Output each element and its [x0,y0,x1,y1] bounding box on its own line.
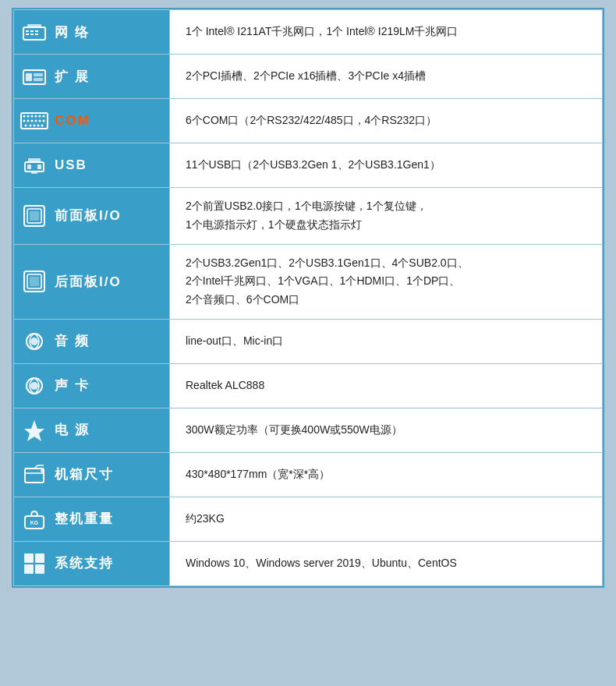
usb-icon [20,151,48,179]
value-cell-front-io: 2个前置USB2.0接口，1个电源按键，1个复位键，1个电源指示灯，1个硬盘状态… [170,188,603,245]
svg-point-21 [31,120,34,122]
svg-rect-37 [30,211,39,221]
weight-icon: KG [20,505,48,533]
label-cell-audio: 音 频 [14,319,170,363]
label-cell-usb: USB [14,143,170,188]
audio-label: 音 频 [55,332,90,350]
svg-rect-53 [24,553,34,563]
chassis-size-label: 机箱尺寸 [55,465,114,483]
label-cell-power: 电 源 [14,408,170,452]
value-cell-power: 300W额定功率（可更换400W或550W电源） [170,408,603,452]
value-text-weight: 约23KG [186,512,225,525]
sound-card-icon [20,372,48,400]
sound-card-label: 声 卡 [55,377,90,394]
value-cell-back-io: 2个USB3.2Gen1口、2个USB3.1Gen1口、4个SUB2.0口、2个… [170,244,603,319]
svg-point-16 [35,115,37,118]
svg-rect-9 [26,73,32,81]
row-front-io: 前面板I/O2个前置USB2.0接口，1个电源按键，1个复位键，1个电源指示灯，… [14,188,603,245]
row-network: 网 络1个 Intel® I211AT千兆网口，1个 Intel® I219LM… [14,10,603,55]
svg-point-17 [39,115,41,118]
svg-point-13 [23,115,26,118]
power-icon [20,416,48,444]
svg-rect-31 [28,158,41,162]
value-text-sound-card: Realtek ALC888 [186,379,264,391]
value-cell-usb: 11个USB口（2个USB3.2Gen 1、2个USB3.1Gen1） [170,143,603,188]
svg-point-24 [43,120,45,122]
label-cell-network: 网 络 [14,10,170,55]
svg-rect-10 [34,73,43,76]
svg-rect-54 [35,553,44,563]
svg-rect-56 [35,564,44,574]
row-audio: 音 频line-out口、Mic-in口 [14,319,603,363]
svg-point-44 [30,382,38,390]
weight-label: 整机重量 [55,510,114,528]
value-cell-chassis-size: 430*480*177mm（宽*深*高） [170,452,603,497]
svg-rect-5 [30,34,34,35]
value-text-back-io: 2个音频口、6个COM口 [186,293,299,306]
svg-point-14 [27,115,30,118]
value-cell-sound-card: Realtek ALC888 [170,363,603,408]
svg-rect-1 [26,30,29,32]
back-io-icon [20,267,48,295]
row-expand: 扩 展2个PCI插槽、2个PCIe x16插槽、3个PCIe x4插槽 [14,55,603,99]
row-os: 系统支持Windows 10、Windows server 2019、Ubunt… [14,541,603,585]
row-sound-card: 声 卡Realtek ALC888 [14,363,603,408]
label-cell-com: COM [14,99,170,143]
value-text-front-io: 2个前置USB2.0接口，1个电源按键，1个复位键， [186,200,427,212]
svg-point-22 [35,120,37,122]
value-text-back-io: 2个Intel千兆网口、1个VGA口、1个HDMI口、1个DP口、 [186,274,460,287]
svg-text:KG: KG [30,520,39,525]
value-text-os: Windows 10、Windows server 2019、Ubuntu、Ce… [186,557,457,569]
com-icon [20,107,48,135]
row-weight: KG 整机重量约23KG [14,497,603,541]
svg-rect-3 [35,30,38,32]
value-text-front-io: 1个电源指示灯，1个硬盘状态指示灯 [186,218,362,231]
value-text-back-io: 2个USB3.2Gen1口、2个USB3.1Gen1口、4个SUB2.0口、 [186,256,469,269]
os-label: 系统支持 [55,554,114,572]
os-icon [20,550,48,578]
svg-point-29 [41,125,44,127]
value-cell-network: 1个 Intel® I211AT千兆网口，1个 Intel® I219LM千兆网… [170,10,603,55]
row-back-io: 后面板I/O2个USB3.2Gen1口、2个USB3.1Gen1口、4个SUB2… [14,244,603,319]
expand-icon [20,62,48,90]
com-label: COM [55,113,90,129]
value-text-network: 1个 Intel® I211AT千兆网口，1个 Intel® I219LM千兆网… [186,25,458,37]
svg-marker-45 [24,420,44,441]
audio-icon [20,327,48,355]
svg-rect-6 [35,34,38,35]
svg-rect-32 [31,172,37,174]
label-cell-weight: KG 整机重量 [14,497,170,541]
svg-point-18 [43,115,45,118]
value-cell-audio: line-out口、Mic-in口 [170,319,603,363]
svg-rect-40 [30,277,39,286]
svg-point-15 [31,115,34,118]
value-text-usb: 11个USB口（2个USB3.2Gen 1、2个USB3.1Gen1） [186,158,441,171]
svg-point-25 [25,125,27,127]
svg-point-19 [23,120,26,122]
front-io-icon [20,202,48,230]
svg-point-23 [39,120,41,122]
svg-point-48 [41,469,44,472]
network-icon [20,18,48,46]
svg-rect-7 [27,24,41,27]
label-cell-back-io: 后面板I/O [14,244,170,319]
power-label: 电 源 [55,421,90,439]
svg-point-28 [37,125,40,127]
row-usb: USB11个USB口（2个USB3.2Gen 1、2个USB3.1Gen1） [14,143,603,188]
svg-rect-2 [30,30,34,32]
chassis-size-icon [20,461,48,489]
value-cell-expand: 2个PCI插槽、2个PCIe x16插槽、3个PCIe x4插槽 [170,55,603,99]
row-com: COM6个COM口（2个RS232/422/485口，4个RS232口） [14,99,603,143]
usb-label: USB [55,157,87,173]
value-text-expand: 2个PCI插槽、2个PCIe x16插槽、3个PCIe x4插槽 [186,69,426,82]
label-cell-chassis-size: 机箱尺寸 [14,452,170,497]
value-text-com: 6个COM口（2个RS232/422/485口，4个RS232口） [186,114,437,126]
label-cell-sound-card: 声 卡 [14,363,170,408]
svg-rect-34 [37,164,41,169]
label-cell-expand: 扩 展 [14,55,170,99]
svg-point-42 [30,338,38,345]
label-cell-os: 系统支持 [14,541,170,585]
svg-rect-33 [27,164,31,169]
row-chassis-size: 机箱尺寸430*480*177mm（宽*深*高） [14,452,603,497]
value-text-audio: line-out口、Mic-in口 [186,334,283,347]
